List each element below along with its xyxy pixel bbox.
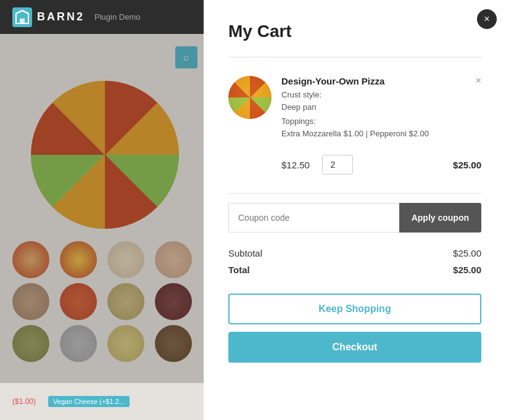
total-value: $25.00 [453, 265, 481, 275]
cart-item-image [228, 76, 272, 119]
thumb-pepperoni[interactable] [12, 241, 49, 278]
svg-rect-1 [20, 19, 25, 23]
coupon-input[interactable] [228, 203, 399, 233]
cart-item-name: Design-Your-Own Pizza [281, 76, 466, 86]
modal-close-button[interactable]: × [477, 9, 497, 29]
total-label: Total [228, 265, 250, 275]
cart-modal: × My Cart Design-Your-Own Pizza Crust st… [204, 0, 506, 420]
top-bar: BARN2 Plugin Demo [0, 0, 210, 34]
quantity-input[interactable] [322, 155, 353, 175]
thumb-plain[interactable] [107, 241, 144, 278]
totals-section: Subtotal $25.00 Total $25.00 [228, 245, 481, 278]
thumb-mixed[interactable] [60, 241, 97, 278]
checkout-label: Checkout [333, 342, 378, 352]
coupon-section: Apply coupon [228, 203, 481, 233]
keep-shopping-button[interactable]: Keep Shopping [228, 294, 481, 324]
thumb-meat[interactable] [155, 325, 192, 362]
vegan-cheese-tag: Vegan Cheese (+$1.2... [48, 396, 130, 407]
subtotal-row: Subtotal $25.00 [228, 245, 481, 261]
remove-item-button[interactable]: × [476, 76, 481, 86]
subtotal-label: Subtotal [228, 248, 262, 258]
apply-coupon-label: Apply coupon [412, 213, 469, 223]
partial-price-text: ($1.00) [12, 397, 36, 406]
thumb-herb[interactable] [12, 325, 49, 362]
search-button[interactable]: ⌕ [175, 46, 197, 68]
crust-value: Deep pan [281, 102, 316, 112]
close-icon: × [484, 14, 489, 25]
thumb-olive[interactable] [155, 283, 192, 320]
logo-text: BARN2 [37, 10, 85, 23]
total-row: Total $25.00 [228, 261, 481, 278]
subtotal-value: $25.00 [453, 248, 481, 258]
plugin-demo-label: Plugin Demo [94, 12, 140, 22]
keep-shopping-label: Keep Shopping [318, 303, 391, 314]
left-panel: ⌕ [0, 34, 210, 420]
line-total: $25.00 [453, 160, 481, 170]
thumb-corn[interactable] [107, 283, 144, 320]
thumbnail-grid [12, 241, 197, 362]
modal-title: My Cart [228, 22, 481, 41]
barn2-logo-icon [12, 7, 32, 27]
checkout-button[interactable]: Checkout [228, 332, 481, 363]
apply-coupon-button[interactable]: Apply coupon [399, 203, 481, 233]
divider-mid [228, 193, 481, 194]
cart-item-details: Design-Your-Own Pizza Crust style: Deep … [281, 76, 466, 139]
thumb-cheese[interactable] [155, 241, 192, 278]
logo: BARN2 [12, 7, 85, 27]
thumb-pepper[interactable] [107, 325, 144, 362]
action-buttons: Keep Shopping Checkout [228, 294, 481, 363]
search-icon: ⌕ [183, 52, 189, 63]
bottom-partial-bar: ($1.00) Vegan Cheese (+$1.2... [0, 383, 210, 420]
crust-label: Crust style: [281, 90, 321, 99]
thumb-dough[interactable] [12, 283, 49, 320]
price-row: $12.50 $25.00 [228, 149, 481, 184]
divider-top [228, 57, 481, 57]
cart-item-toppings: Toppings: Extra Mozzarella $1.00 | Peppe… [281, 115, 466, 139]
toppings-value: Extra Mozzarella $1.00 | Pepperoni $2.00 [281, 129, 429, 138]
unit-price: $12.50 [281, 160, 310, 170]
cart-item-crust: Crust style: Deep pan [281, 89, 466, 113]
thumb-tomato[interactable] [60, 283, 97, 320]
toppings-label: Toppings: [281, 117, 316, 126]
main-pizza-image [31, 81, 179, 229]
cart-item: Design-Your-Own Pizza Crust style: Deep … [228, 67, 481, 149]
remove-icon: × [476, 75, 481, 86]
thumb-mushroom[interactable] [60, 325, 97, 362]
